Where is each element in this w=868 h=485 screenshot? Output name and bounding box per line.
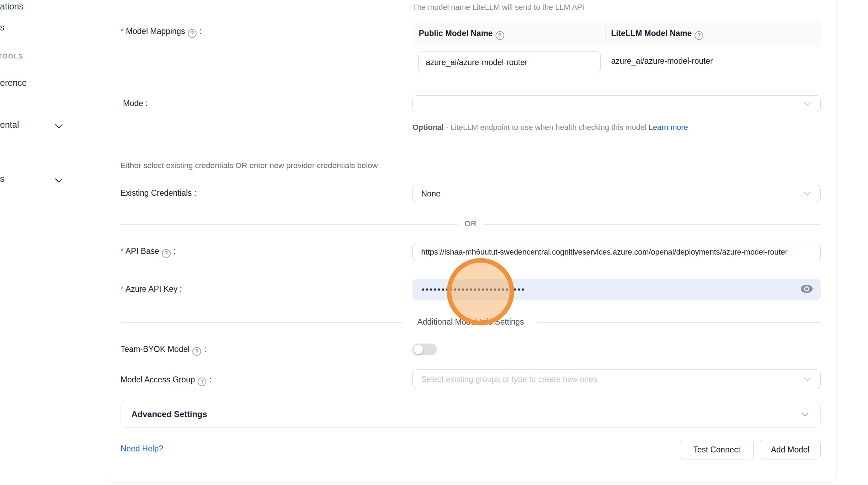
mode-select[interactable] bbox=[412, 95, 821, 112]
sidebar-item-label: s bbox=[0, 22, 5, 32]
column-header-label: LiteLLM Model Name bbox=[611, 29, 692, 38]
add-model-button[interactable]: Add Model bbox=[760, 440, 821, 459]
api-base-label: API Base bbox=[121, 247, 176, 258]
sidebar-item[interactable]: s bbox=[0, 22, 5, 33]
azure-api-key-input[interactable]: •••••••••••••••••••••••••• bbox=[412, 279, 821, 300]
team-byok-label: Team-BYOK Model bbox=[121, 345, 206, 356]
label-colon bbox=[202, 345, 206, 354]
learn-more-link[interactable]: Learn more bbox=[649, 123, 688, 132]
label-colon bbox=[207, 375, 212, 384]
test-connect-button[interactable]: Test Connect bbox=[680, 440, 754, 459]
sidebar-item-organizations[interactable]: ations bbox=[0, 1, 23, 12]
table-bottom-border bbox=[412, 78, 821, 78]
eye-icon[interactable] bbox=[800, 284, 813, 295]
mode-hint-text: - LiteLLM endpoint to use when health ch… bbox=[446, 123, 646, 132]
question-circle-icon[interactable] bbox=[198, 377, 206, 386]
model-mappings-label: Model Mappings bbox=[121, 27, 202, 38]
sidebar-item-experimental[interactable]: ental bbox=[0, 120, 19, 130]
sidebar-item-label: s bbox=[0, 174, 5, 183]
label-colon bbox=[143, 99, 148, 108]
label-colon bbox=[192, 188, 196, 198]
question-circle-icon[interactable] bbox=[188, 29, 197, 38]
column-header-litellm-model-name: LiteLLM Model Name bbox=[611, 29, 704, 40]
question-circle-icon[interactable] bbox=[162, 249, 171, 258]
model-mappings-table: Public Model Name LiteLLM Model Name azu… bbox=[412, 21, 821, 99]
label-text: Model Access Group bbox=[121, 375, 195, 384]
toggle-knob bbox=[414, 345, 423, 354]
question-circle-icon[interactable] bbox=[495, 31, 504, 40]
chevron-down-icon bbox=[804, 374, 811, 381]
column-divider bbox=[605, 27, 606, 41]
additional-divider-line-right bbox=[538, 322, 821, 323]
advanced-settings-label: Advanced Settings bbox=[131, 409, 207, 419]
question-circle-icon[interactable] bbox=[695, 31, 703, 40]
mode-label: Mode bbox=[123, 99, 148, 108]
column-header-label: Public Model Name bbox=[419, 29, 493, 38]
public-model-name-input[interactable]: azure_ai/azure-model-router bbox=[418, 51, 601, 73]
question-circle-icon[interactable] bbox=[192, 347, 201, 356]
chevron-down-icon[interactable] bbox=[55, 121, 63, 129]
label-colon bbox=[197, 27, 202, 36]
api-base-input[interactable]: https://ishaa-mh6uutut-swedencentral.cog… bbox=[412, 243, 821, 261]
existing-credentials-value: None bbox=[421, 189, 440, 198]
credentials-hint: Either select existing credentials OR en… bbox=[121, 161, 378, 170]
azure-api-key-label: Azure API Key bbox=[121, 284, 182, 294]
model-access-group-placeholder: Select existing groups or type to create… bbox=[421, 375, 597, 384]
advanced-settings-panel[interactable]: Advanced Settings bbox=[121, 401, 821, 428]
sidebar-item-settings[interactable]: s bbox=[0, 174, 5, 184]
mode-hint-bold: Optional bbox=[412, 123, 444, 132]
label-text: Model Mappings bbox=[126, 27, 185, 36]
sidebar-item-label: ations bbox=[0, 1, 23, 11]
need-help-link[interactable]: Need Help? bbox=[121, 444, 163, 453]
model-access-group-select[interactable]: Select existing groups or type to create… bbox=[412, 369, 821, 389]
existing-credentials-select[interactable]: None bbox=[412, 185, 821, 202]
mode-hint: Optional - LiteLLM endpoint to use when … bbox=[412, 120, 693, 134]
model-name-hint: The model name LiteLLM will send to the … bbox=[412, 3, 584, 12]
sidebar-item-label: erence bbox=[0, 78, 27, 88]
sidebar-section-label: TOOLS bbox=[0, 53, 23, 60]
chevron-down-icon[interactable] bbox=[55, 175, 63, 183]
label-text: Existing Credentials bbox=[121, 188, 192, 198]
label-colon bbox=[177, 284, 182, 293]
chevron-down-icon bbox=[804, 189, 811, 196]
table-header-row: Public Model Name LiteLLM Model Name bbox=[412, 21, 821, 47]
or-divider-label: OR bbox=[458, 219, 484, 228]
additional-divider-line-left bbox=[121, 322, 403, 323]
chevron-down-icon bbox=[804, 99, 811, 106]
litellm-model-name-value: azure_ai/azure-model-router bbox=[611, 56, 713, 66]
column-header-public-model-name: Public Model Name bbox=[419, 29, 505, 40]
label-colon bbox=[171, 247, 176, 256]
masked-password-dots: •••••••••••••••••••••••••• bbox=[422, 285, 525, 295]
label-text: Mode bbox=[123, 99, 143, 108]
label-text: Team-BYOK Model bbox=[121, 345, 190, 354]
or-divider-line-right bbox=[484, 224, 821, 225]
label-text: API Base bbox=[125, 247, 159, 256]
existing-credentials-label: Existing Credentials bbox=[121, 188, 196, 198]
model-access-group-label: Model Access Group bbox=[121, 375, 212, 386]
sidebar-section-tools: TOOLS bbox=[0, 53, 23, 60]
sidebar-item-label: ental bbox=[0, 120, 19, 130]
or-divider-line-left bbox=[121, 224, 458, 225]
additional-divider-label: Additional Model Info Settings bbox=[406, 317, 535, 327]
chevron-down-icon bbox=[801, 409, 809, 417]
sidebar-item-api-reference[interactable]: erence bbox=[0, 78, 27, 88]
team-byok-toggle[interactable] bbox=[412, 344, 437, 355]
label-text: Azure API Key bbox=[125, 284, 177, 293]
